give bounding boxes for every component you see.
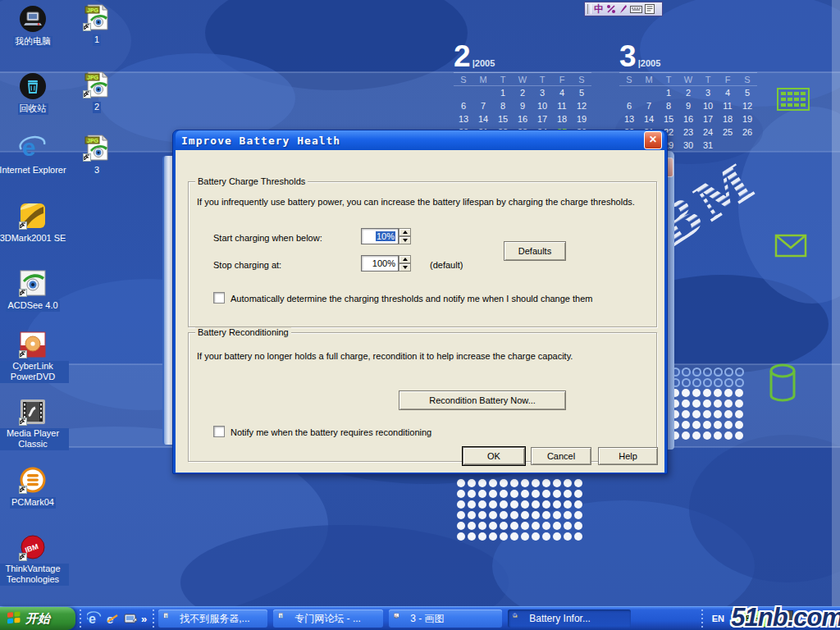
calendar-day: 10 — [532, 99, 552, 112]
defaults-button[interactable]: Defaults — [504, 241, 566, 261]
calendar-day — [718, 139, 737, 152]
calendar-day: 7 — [639, 99, 659, 112]
shortcut-arrow-icon — [83, 23, 91, 31]
desktop-icon-label: 3 — [93, 165, 101, 176]
task-button-label: 找不到服务器,... — [180, 612, 249, 626]
start-charging-label: Start charging when below: — [213, 233, 322, 243]
spin-up-icon[interactable] — [399, 228, 411, 236]
stop-charging-value[interactable]: 100% — [361, 255, 399, 272]
ime-chinese-mode-icon[interactable]: 中 — [594, 2, 604, 16]
ime-keyboard-icon[interactable] — [630, 5, 642, 14]
task-button-label: 3 - 画图 — [410, 612, 444, 626]
desktop-icon-my-computer[interactable]: 我的电脑 — [0, 5, 69, 48]
desktop-icon-thinkvantage[interactable]: IBMThinkVantage Technologies — [0, 533, 69, 586]
desktop-icon-label: 我的电脑 — [13, 36, 52, 48]
calendar-day: 19 — [737, 112, 757, 126]
calendar-day: 10 — [698, 99, 718, 112]
spin-down-icon[interactable] — [399, 263, 411, 272]
calendar-day: 18 — [718, 112, 737, 126]
desktop-icon-acdsee[interactable]: ACDSee 4.0 — [0, 269, 69, 312]
acdsee-icon — [19, 269, 47, 297]
jpg-file-icon: JPG — [83, 134, 111, 162]
group2-title: Battery Reconditioning — [195, 327, 291, 337]
calendar-day: 5 — [737, 86, 757, 100]
calendar-day: 11 — [552, 99, 572, 112]
calendar-day: 2 — [678, 86, 698, 100]
calendar-day: 18 — [552, 112, 572, 126]
task-button-3[interactable]: 3 - 画图 — [389, 609, 502, 628]
shortcut-arrow-icon — [19, 553, 27, 561]
calendar-day: 3 — [532, 86, 552, 100]
jpg-file-icon: JPG — [83, 3, 111, 31]
desktop-icon-label: 回收站 — [18, 103, 48, 115]
desktop-icon-pcmark[interactable]: PCMark04 — [0, 466, 69, 509]
show-desktop-icon[interactable] — [123, 611, 138, 626]
task-button-2[interactable]: e专门网论坛 - ... — [273, 609, 383, 628]
calendar-month: 2 — [454, 39, 471, 73]
desktop-icon-label: CyberLink PowerDVD — [0, 361, 69, 383]
desktop-icon-jpg-file-1[interactable]: JPG1 — [61, 3, 133, 46]
notify-reconditioning-checkbox[interactable] — [213, 426, 225, 437]
calendar-day: 4 — [552, 86, 572, 100]
task-button-4[interactable]: !Battery Infor... — [508, 609, 631, 628]
internet-explorer-icon[interactable]: e — [87, 611, 102, 626]
calendar-day: 5 — [572, 86, 591, 100]
start-charging-spinner[interactable]: 10% — [361, 228, 411, 244]
taskbar-separator — [78, 609, 83, 628]
desktop-icon-jpg-file-2[interactable]: JPG2 — [61, 71, 133, 113]
dialog-titlebar[interactable]: Improve Battery Health ✕ — [176, 130, 664, 150]
desktop-icon-label: ThinkVantage Technologies — [0, 564, 69, 586]
battery-charge-thresholds-group: Battery Charge Thresholds If you infrequ… — [188, 181, 657, 327]
calendar-day: 12 — [572, 99, 591, 112]
calendar-day: 8 — [493, 99, 513, 112]
calendar-day: 8 — [659, 99, 678, 112]
desktop-icon-label: 1 — [93, 34, 101, 46]
desktop-icon-3dmark[interactable]: 3DMark2001 SE — [0, 202, 69, 244]
help-button[interactable]: Help — [598, 447, 658, 465]
recycle-bin-icon — [19, 72, 47, 100]
calendar-day: 25 — [718, 126, 737, 139]
cancel-button[interactable]: Cancel — [531, 447, 591, 465]
ie-page-icon: e — [163, 613, 176, 625]
recondition-battery-button[interactable]: Recondition Battery Now... — [399, 390, 566, 410]
auto-thresholds-checkbox[interactable] — [213, 292, 225, 304]
calendar-day — [737, 139, 757, 152]
task-button-1[interactable]: e找不到服务器,... — [158, 609, 267, 628]
desktop-icon-internet-explorer[interactable]: eInternet Explorer — [0, 134, 69, 176]
task-button-label: 专门网论坛 - ... — [294, 612, 361, 626]
shortcut-arrow-icon — [19, 221, 27, 230]
outlook-express-icon[interactable]: e — [105, 611, 120, 626]
ime-menu-icon[interactable] — [645, 4, 655, 14]
task-button-label: Battery Infor... — [529, 613, 591, 624]
stop-charging-spinner[interactable]: 100% — [361, 255, 411, 272]
desktop-icon-jpg-file-3[interactable]: JPG3 — [61, 134, 133, 176]
ime-punctuation-icon[interactable] — [606, 4, 616, 14]
shortcut-arrow-icon — [19, 289, 27, 297]
spin-down-icon[interactable] — [399, 236, 411, 244]
ime-drag-handle[interactable] — [587, 4, 591, 14]
desktop-icon-powerdvd[interactable]: CyberLink PowerDVD — [0, 331, 69, 383]
quicklaunch-overflow-chevron[interactable]: » — [141, 613, 147, 625]
calendar-day — [639, 86, 659, 100]
spin-up-icon[interactable] — [399, 255, 411, 263]
close-icon[interactable]: ✕ — [644, 131, 662, 149]
shortcut-arrow-icon — [19, 418, 27, 426]
calendar-day: 16 — [513, 112, 532, 126]
calendar-day: 26 — [737, 126, 757, 139]
taskbar: 开始 e e » e找不到服务器,...e专门网论坛 - ...3 - 画图!B… — [0, 606, 840, 630]
language-indicator[interactable]: EN — [712, 614, 724, 623]
notify-reconditioning-row[interactable]: Notify me when the battery requires reco… — [213, 426, 431, 437]
internet-explorer-icon: e — [19, 134, 47, 162]
start-charging-value[interactable]: 10% — [376, 231, 395, 241]
ime-language-bar[interactable]: 中 — [584, 2, 663, 16]
desktop-icon-mpc[interactable]: Media Player Classic — [0, 398, 69, 450]
ime-pen-icon[interactable] — [619, 4, 628, 14]
calendar-year: |2005 — [471, 58, 495, 68]
group2-description: If your battery no longer holds a full c… — [197, 351, 650, 361]
ok-button[interactable]: OK — [463, 447, 525, 465]
calendar-day: 4 — [718, 86, 737, 100]
desktop-icon-recycle-bin[interactable]: 回收站 — [0, 72, 69, 115]
auto-thresholds-row[interactable]: Automatically determine the charging thr… — [213, 292, 592, 304]
start-button[interactable]: 开始 — [0, 607, 75, 630]
battery-reconditioning-group: Battery Reconditioning If your battery n… — [188, 332, 657, 462]
